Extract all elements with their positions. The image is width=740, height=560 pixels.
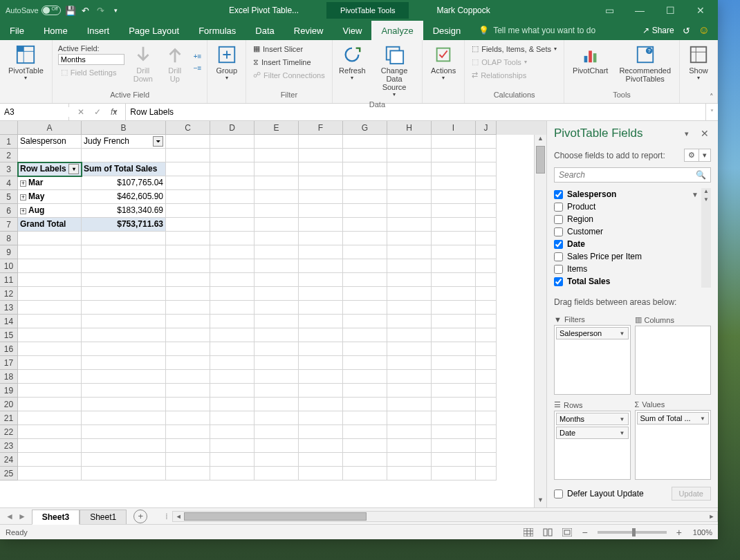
tab-page-layout[interactable]: Page Layout <box>119 21 189 40</box>
field-checkbox[interactable] <box>554 240 563 249</box>
cell[interactable] <box>299 328 343 342</box>
cell[interactable] <box>82 398 166 411</box>
cell[interactable] <box>255 411 299 425</box>
cell[interactable] <box>210 190 255 204</box>
cell[interactable] <box>82 273 166 287</box>
cell[interactable] <box>387 439 432 453</box>
cell[interactable] <box>476 398 497 411</box>
cell[interactable] <box>343 273 387 287</box>
cell[interactable] <box>343 259 387 273</box>
group-button[interactable]: Group▾ <box>212 43 241 82</box>
cell[interactable] <box>255 315 299 328</box>
cell[interactable] <box>299 176 343 190</box>
cell[interactable] <box>166 245 210 259</box>
close-icon[interactable]: ✕ <box>690 3 711 17</box>
cell[interactable] <box>210 149 255 162</box>
cell[interactable] <box>387 398 432 411</box>
cell[interactable] <box>432 301 476 315</box>
area-item[interactable]: Salesperson▼ <box>556 327 629 339</box>
cell[interactable] <box>210 245 255 259</box>
values-area[interactable]: ΣValues Sum of Total ...▼ <box>635 399 712 480</box>
col-header[interactable]: E <box>255 121 299 135</box>
field-item[interactable]: Product <box>554 200 699 213</box>
report-filter-dropdown[interactable]: ⏷ <box>153 136 163 147</box>
cell[interactable] <box>343 411 387 425</box>
cell[interactable] <box>82 425 166 439</box>
field-item[interactable]: Salesperson▼ <box>554 188 699 200</box>
cell[interactable] <box>387 162 432 176</box>
cell[interactable] <box>299 149 343 162</box>
page-layout-view-icon[interactable] <box>540 526 555 539</box>
expand-icon[interactable]: + <box>20 208 26 214</box>
cell[interactable] <box>166 259 210 273</box>
cell[interactable] <box>432 259 476 273</box>
cell[interactable] <box>82 328 166 342</box>
area-item[interactable]: Sum of Total ...▼ <box>637 412 710 424</box>
cell[interactable] <box>82 356 166 370</box>
cell[interactable] <box>387 176 432 190</box>
cell[interactable] <box>166 315 210 328</box>
cell[interactable] <box>299 439 343 453</box>
cell[interactable] <box>82 342 166 356</box>
row-header[interactable]: 5 <box>0 190 18 204</box>
cell[interactable] <box>387 218 432 232</box>
tab-design[interactable]: Design <box>423 21 470 40</box>
cell[interactable] <box>343 218 387 232</box>
cell[interactable]: $183,340.69 <box>82 204 166 218</box>
cancel-formula-icon[interactable]: ✕ <box>73 107 89 117</box>
field-item[interactable]: Date <box>554 238 699 250</box>
cell[interactable] <box>387 342 432 356</box>
col-header[interactable]: H <box>387 121 432 135</box>
cell[interactable] <box>299 425 343 439</box>
field-checkbox[interactable] <box>554 203 563 212</box>
cell[interactable]: Sum of Total Sales <box>82 162 166 176</box>
row-header[interactable]: 25 <box>0 467 18 480</box>
cell[interactable] <box>299 411 343 425</box>
drill-up-button[interactable]: Drill Up <box>160 43 189 84</box>
cell[interactable] <box>255 370 299 384</box>
cell[interactable] <box>210 398 255 411</box>
row-header[interactable]: 13 <box>0 301 18 315</box>
cell[interactable] <box>387 370 432 384</box>
cell[interactable] <box>210 384 255 398</box>
columns-area[interactable]: ▥Columns <box>635 314 712 395</box>
relationships-button[interactable]: ⇄Relationships <box>469 69 559 81</box>
cell[interactable] <box>387 287 432 301</box>
field-checkbox[interactable] <box>554 215 563 224</box>
cell[interactable] <box>166 370 210 384</box>
insert-timeline-button[interactable]: ⧖Insert Timeline <box>250 56 328 68</box>
expand-icon[interactable]: + <box>20 194 26 200</box>
cell[interactable] <box>255 259 299 273</box>
cell[interactable] <box>476 370 497 384</box>
refresh-button[interactable]: Refresh▾ <box>337 43 368 82</box>
cell[interactable] <box>299 342 343 356</box>
cell[interactable] <box>387 135 432 149</box>
cell[interactable] <box>343 342 387 356</box>
cell[interactable] <box>343 232 387 245</box>
cell[interactable] <box>343 425 387 439</box>
cell[interactable] <box>255 149 299 162</box>
row-header[interactable]: 20 <box>0 398 18 411</box>
cell[interactable] <box>210 356 255 370</box>
cell[interactable] <box>432 135 476 149</box>
cell[interactable] <box>476 287 497 301</box>
cell[interactable] <box>82 439 166 453</box>
search-input[interactable] <box>555 168 692 182</box>
cell[interactable] <box>432 425 476 439</box>
split-grip-icon[interactable]: ⁞ <box>161 512 172 521</box>
cell[interactable] <box>255 384 299 398</box>
cell[interactable] <box>432 315 476 328</box>
row-header[interactable]: 6 <box>0 204 18 218</box>
field-checkbox[interactable] <box>554 277 563 286</box>
show-button[interactable]: Show▾ <box>684 43 713 82</box>
cell[interactable] <box>343 467 387 480</box>
cell[interactable] <box>387 384 432 398</box>
cell[interactable] <box>387 328 432 342</box>
cell[interactable] <box>476 467 497 480</box>
cell[interactable] <box>299 190 343 204</box>
cell[interactable] <box>299 273 343 287</box>
cell[interactable] <box>299 301 343 315</box>
cell[interactable] <box>210 425 255 439</box>
cell[interactable] <box>343 453 387 467</box>
maximize-icon[interactable]: ☐ <box>660 3 681 17</box>
